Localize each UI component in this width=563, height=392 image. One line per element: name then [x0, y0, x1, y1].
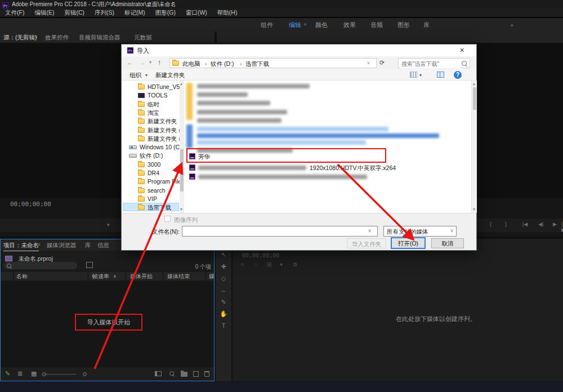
breadcrumb-this-pc[interactable]: 此电脑 [182, 60, 200, 68]
filename-input[interactable] [182, 226, 378, 237]
import-folder-button[interactable]: 导入文件夹 [347, 238, 386, 248]
col-media-end[interactable]: 媒体结束 [167, 271, 190, 281]
menu-help[interactable]: 帮助(H) [212, 8, 243, 17]
zoom-slider[interactable] [42, 374, 76, 375]
search-box[interactable] [398, 58, 470, 68]
back-icon[interactable]: ← [127, 59, 133, 66]
file-row[interactable] [185, 172, 471, 181]
breadcrumb-caret-icon[interactable]: ˅ [367, 60, 370, 66]
media-filter-select[interactable]: 所有支持的媒体 ˅ [383, 226, 457, 237]
cancel-button[interactable]: 取消 [431, 238, 464, 248]
icon-view-icon[interactable]: ▦ [31, 370, 37, 377]
list-scrollbar[interactable]: ▴ ▾ [471, 81, 477, 213]
close-icon[interactable]: ✕ [459, 47, 464, 54]
forward-icon[interactable]: → [139, 59, 146, 66]
play-icon[interactable]: ▶ [553, 221, 557, 227]
tab-media-browser[interactable]: 媒体浏览器 [47, 239, 77, 251]
recent-caret-icon[interactable]: ▾ [149, 60, 151, 65]
slip-tool-icon[interactable]: ↔ [216, 287, 231, 293]
tree-item[interactable]: TOOLS [138, 91, 184, 100]
up-icon[interactable]: ↑ [158, 59, 161, 66]
panel-menu-icon[interactable]: ≡ [35, 32, 38, 43]
tab-effect-controls[interactable]: 效果控件 [45, 32, 69, 43]
new-item-icon[interactable] [193, 371, 199, 377]
hand-tool-icon[interactable]: ✋ [216, 310, 231, 318]
menu-marker[interactable]: 标记(M) [119, 8, 150, 17]
tree-item-drive-c[interactable]: Windows 10 (C [129, 143, 184, 152]
timeline-settings-icon[interactable]: ⚙ [293, 261, 298, 268]
mark-out-icon[interactable]: } [505, 221, 507, 227]
tree-item[interactable]: VIP [138, 195, 184, 203]
scroll-up-icon[interactable]: ▴ [473, 82, 475, 86]
bin-path-icon[interactable] [86, 262, 93, 268]
find-icon[interactable] [169, 371, 174, 376]
tab-libraries[interactable]: 库 [85, 239, 91, 251]
help-icon[interactable]: ? [454, 71, 462, 79]
preview-pane-icon[interactable] [437, 72, 444, 78]
workspace-tab-color[interactable]: 颜色 [315, 18, 328, 32]
breadcrumb-drive-d[interactable]: 软件 (D:) [211, 60, 234, 68]
organize-button[interactable]: 组织 [129, 72, 141, 79]
step-back-icon[interactable]: ◀| [538, 221, 543, 227]
col-framerate[interactable]: 帧速率 [92, 271, 109, 281]
type-tool-icon[interactable]: T [216, 322, 231, 329]
file-row[interactable]: 1920x1080.HDTV.中英双字.x264 [185, 163, 471, 172]
menu-file[interactable]: 文件(F) [0, 8, 29, 17]
tree-item[interactable]: 临时 [138, 100, 184, 109]
col-media-start[interactable]: 媒体开始 [130, 271, 153, 281]
tree-item[interactable]: Program File [138, 177, 184, 186]
view-caret-icon[interactable]: ▾ [419, 73, 422, 78]
tree-item[interactable]: DR4 [138, 169, 184, 177]
tree-scrollbar[interactable]: ▴ ▾ [180, 81, 184, 213]
breadcrumb-current-folder[interactable]: 迅雷下载 [245, 60, 269, 68]
scroll-down-icon[interactable]: ▾ [473, 207, 475, 212]
filename-caret-icon[interactable]: ˅ [368, 228, 371, 234]
view-mode-icon[interactable] [410, 72, 417, 78]
tree-item[interactable]: 淘宝 [138, 109, 184, 117]
pen-tool-icon[interactable]: ✎ [216, 299, 231, 306]
zoom-slider-knob[interactable] [42, 372, 46, 376]
menu-edit[interactable]: 编辑(E) [29, 8, 59, 17]
project-panel-menu-icon[interactable]: ≡ [38, 239, 41, 251]
tab-info[interactable]: 信息 [97, 239, 109, 251]
col-media-clipped[interactable]: 媒 [209, 271, 215, 281]
menu-clip[interactable]: 剪辑(C) [59, 8, 90, 17]
workspace-menu-icon[interactable]: ≡ [304, 18, 307, 32]
workspace-tab-libraries[interactable]: 库 [423, 18, 430, 32]
workspace-tab-effects[interactable]: 效果 [343, 18, 356, 32]
sort-asc-icon[interactable]: ∧ [113, 271, 117, 281]
ripple-edit-tool-icon[interactable]: ◇ [216, 275, 231, 282]
scroll-down-icon[interactable]: ▾ [180, 207, 182, 212]
snap-icon[interactable]: ∩ [254, 261, 258, 268]
project-search-input[interactable] [4, 262, 77, 269]
refresh-icon[interactable]: ⟳ [379, 59, 385, 66]
linked-selection-icon[interactable]: ⊞ [267, 261, 271, 268]
tree-item[interactable]: 新建文件夹 [138, 117, 184, 126]
settings-caret-icon[interactable]: ▾ [107, 222, 110, 228]
tab-metadata[interactable]: 元数据 [134, 32, 152, 43]
tab-audio-clip-mixer[interactable]: 音频剪辑混合器 [79, 32, 120, 43]
new-bin-icon[interactable] [181, 372, 187, 377]
menu-graphics[interactable]: 图形(G) [150, 8, 181, 17]
list-view-icon[interactable]: ≣ [17, 370, 23, 377]
tree-item-selected[interactable]: 迅雷下载 [138, 203, 184, 212]
automate-to-sequence-icon[interactable] [155, 371, 162, 376]
file-list[interactable]: 芳华 1920x1080.HDTV.中英双字.x264 [185, 81, 471, 213]
tree-item[interactable]: 新建文件夹 (3) [138, 135, 184, 143]
tab-source[interactable]: 源：(无剪辑) [3, 32, 37, 43]
delete-icon[interactable] [204, 371, 209, 377]
tree-item-drive-d[interactable]: 软件 (D:) [129, 152, 184, 160]
mark-in-icon[interactable]: { [490, 221, 491, 227]
go-to-in-icon[interactable]: |◀ [522, 221, 528, 227]
tree-item[interactable]: search [138, 186, 184, 195]
list-scrollbar-thumb[interactable] [473, 87, 476, 110]
search-input[interactable] [400, 59, 461, 68]
tree-scrollbar-thumb[interactable] [180, 149, 184, 191]
insert-mode-icon[interactable]: ≈ [241, 261, 244, 268]
workspace-tab-graphics[interactable]: 图形 [397, 18, 410, 32]
breadcrumb-bar[interactable]: 此电脑 › 软件 (D:) › 迅雷下载 ˅ [169, 58, 377, 68]
selection-tool-icon[interactable]: ↖ [216, 251, 231, 259]
open-button[interactable]: 打开(O) [391, 237, 426, 249]
workspace-overflow-icon[interactable]: » [510, 18, 513, 32]
marker-caret-icon[interactable]: ▾ [280, 261, 283, 268]
